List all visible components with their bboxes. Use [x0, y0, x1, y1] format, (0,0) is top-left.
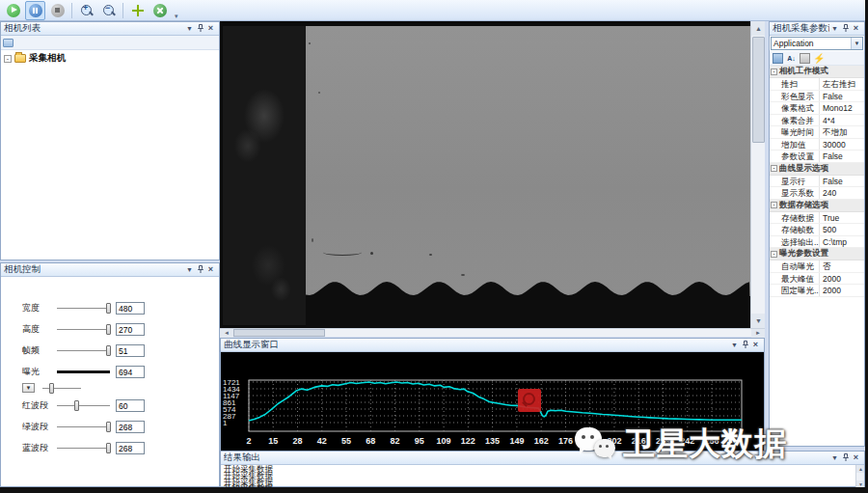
close-button[interactable]	[149, 1, 170, 20]
categorized-view-icon[interactable]	[773, 53, 783, 64]
slider-value-input[interactable]	[116, 344, 145, 357]
property-row[interactable]: 彩色显示False	[770, 91, 864, 103]
property-value[interactable]: 否	[820, 260, 864, 272]
pin-icon[interactable]	[195, 264, 205, 275]
property-value[interactable]: True	[820, 212, 864, 224]
chevron-down-icon[interactable]: ▼	[851, 38, 862, 49]
category-expander-icon[interactable]: -	[771, 68, 777, 75]
close-icon[interactable]: ×	[851, 23, 861, 34]
scroll-up-icon[interactable]: ▲	[751, 21, 765, 36]
camera-image-view[interactable]: ▲ ▼	[220, 21, 765, 328]
slider-value-input[interactable]	[116, 323, 145, 336]
slider-track[interactable]	[57, 308, 110, 309]
property-row[interactable]: 参数设置False	[770, 151, 864, 163]
category-expander-icon[interactable]: -	[771, 202, 777, 208]
property-category[interactable]: -相机工作模式	[770, 66, 864, 78]
slider-value-input[interactable]	[116, 302, 145, 315]
play-button[interactable]	[3, 1, 23, 20]
close-icon[interactable]: ×	[205, 23, 216, 34]
property-category[interactable]: -曲线显示选项	[770, 163, 864, 176]
pin-icon[interactable]	[840, 452, 851, 463]
tree-item-capture-camera[interactable]: - 采集相机	[4, 52, 219, 65]
slider-thumb[interactable]	[106, 422, 111, 432]
slider-value-input[interactable]	[116, 421, 145, 433]
application-combobox[interactable]: Application ▼	[771, 37, 863, 50]
category-expander-icon[interactable]: -	[771, 165, 777, 172]
vscroll-thumb[interactable]	[752, 37, 765, 143]
slider-track[interactable]	[57, 448, 110, 449]
slider-thumb[interactable]	[106, 345, 111, 356]
exposure-dropdown-icon[interactable]: ▼	[22, 383, 35, 393]
chevron-down-icon[interactable]: ▼	[184, 264, 195, 275]
property-value[interactable]: 不增加	[820, 126, 864, 138]
close-icon[interactable]: ×	[205, 264, 216, 275]
scroll-right-icon[interactable]: ►	[751, 329, 765, 338]
property-row[interactable]: 固定曝光..2000	[770, 285, 864, 297]
zoom-in-button[interactable]	[76, 1, 96, 20]
property-category[interactable]: -曝光参数设置	[770, 248, 864, 260]
property-row[interactable]: 像素合并4*4	[770, 115, 864, 127]
slider-thumb[interactable]	[106, 303, 111, 314]
property-value[interactable]: False	[820, 151, 864, 162]
property-value[interactable]: 30000	[820, 139, 864, 151]
tree-expander-icon[interactable]: -	[4, 55, 12, 63]
exposure-sub-track[interactable]	[42, 388, 81, 389]
property-value[interactable]: 左右推扫	[820, 78, 864, 90]
property-pages-icon[interactable]	[800, 53, 810, 64]
property-row[interactable]: 自动曝光否	[770, 260, 864, 273]
property-row[interactable]: 选择输出..C:\tmp	[770, 236, 864, 249]
events-lightning-icon[interactable]: ⚡	[813, 53, 824, 64]
slider-thumb[interactable]	[106, 443, 111, 453]
property-row[interactable]: 显示行False	[770, 176, 864, 188]
chevron-down-icon[interactable]: ▼	[829, 23, 840, 34]
refresh-devices-icon[interactable]	[3, 39, 14, 47]
chevron-down-icon[interactable]: ▼	[829, 452, 840, 463]
property-value[interactable]: Mono12	[820, 102, 864, 114]
slider-value-input[interactable]	[116, 442, 145, 454]
image-vertical-scrollbar[interactable]: ▲ ▼	[750, 21, 765, 328]
property-row[interactable]: 存储数据True	[770, 212, 864, 225]
pan-button[interactable]	[127, 1, 148, 20]
pin-icon[interactable]	[195, 23, 205, 34]
property-row[interactable]: 曝光时间不增加	[770, 126, 864, 139]
slider-thumb[interactable]	[106, 324, 111, 335]
image-horizontal-scrollbar[interactable]: ◄ ►	[220, 328, 765, 337]
pin-icon[interactable]	[740, 340, 750, 350]
toolbar-overflow-icon[interactable]: ▾	[175, 13, 178, 20]
property-value[interactable]: False	[820, 176, 864, 187]
property-row[interactable]: 存储帧数500	[770, 224, 864, 236]
zoom-out-button[interactable]	[98, 1, 119, 20]
property-row[interactable]: 增加值30000	[770, 139, 864, 151]
property-value[interactable]: 240	[820, 187, 864, 199]
pin-icon[interactable]	[840, 23, 851, 34]
property-value[interactable]: 2000	[820, 285, 864, 296]
scroll-up-icon[interactable]: ▲	[856, 465, 864, 473]
result-scrollbar[interactable]: ▲ ▼	[855, 465, 864, 488]
property-value[interactable]: False	[820, 91, 864, 102]
slider-track[interactable]	[57, 370, 110, 373]
hscroll-thumb[interactable]	[233, 329, 325, 337]
slider-track[interactable]	[57, 350, 110, 351]
pause-button[interactable]	[25, 1, 45, 20]
slider-track[interactable]	[57, 329, 110, 330]
property-row[interactable]: 最大峰值2000	[770, 273, 864, 286]
slider-track[interactable]	[57, 426, 110, 427]
category-expander-icon[interactable]: -	[771, 251, 777, 258]
property-value[interactable]: 4*4	[820, 115, 864, 126]
property-category[interactable]: -数据存储选项	[770, 200, 864, 212]
property-row[interactable]: 像素格式Mono12	[770, 102, 864, 115]
scroll-down-icon[interactable]: ▼	[751, 314, 765, 328]
slider-value-input[interactable]	[116, 399, 145, 412]
alphabetical-sort-icon[interactable]: A↓	[786, 53, 797, 64]
property-row[interactable]: 推扫左右推扫	[770, 78, 864, 91]
property-value[interactable]: 500	[820, 224, 864, 235]
slider-thumb[interactable]	[74, 400, 79, 411]
scroll-left-icon[interactable]: ◄	[220, 329, 233, 338]
slider-thumb[interactable]	[49, 383, 54, 394]
chevron-down-icon[interactable]: ▼	[184, 23, 195, 34]
slider-value-input[interactable]	[116, 366, 145, 378]
close-icon[interactable]: ×	[851, 452, 861, 463]
slider-track[interactable]	[57, 405, 110, 406]
close-icon[interactable]: ×	[750, 340, 761, 350]
property-value[interactable]: C:\tmp	[820, 236, 864, 248]
